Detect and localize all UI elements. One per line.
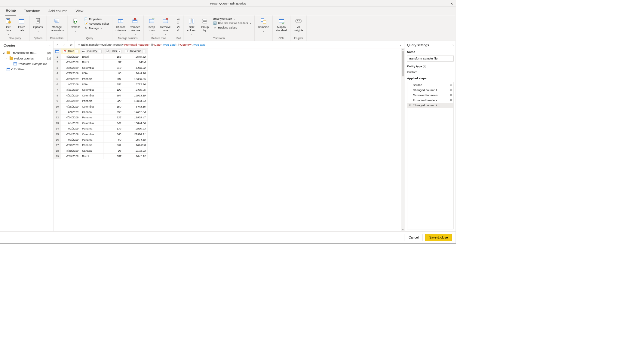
row-number[interactable]: 11 bbox=[54, 109, 61, 115]
cell-revenue[interactable]: 940.4 bbox=[123, 59, 147, 65]
cell-revenue[interactable]: 16330.85 bbox=[123, 76, 147, 81]
table-row[interactable]: 34/26/2019Colombia3104408.22 bbox=[54, 65, 148, 70]
query-item[interactable]: CSV Files bbox=[2, 67, 52, 72]
remove-rows-button[interactable]: Remove rows⌄ bbox=[159, 17, 172, 36]
tab-add-column[interactable]: Add column bbox=[48, 8, 68, 16]
table-row[interactable]: 104/16/2019Colombia1593448.16 bbox=[54, 104, 148, 109]
refresh-button[interactable]: Refresh⌄ bbox=[69, 17, 82, 33]
table-row[interactable]: 94/24/2019Panama22313834.04 bbox=[54, 98, 148, 104]
commit-formula-button[interactable]: ✓ bbox=[62, 42, 66, 47]
row-number[interactable]: 19 bbox=[54, 154, 61, 159]
row-number[interactable]: 14 bbox=[54, 126, 61, 131]
cell-country[interactable]: Panama bbox=[80, 142, 103, 148]
cell-country[interactable]: Colombia bbox=[80, 87, 103, 93]
gear-icon[interactable]: ⚙ bbox=[450, 88, 452, 91]
column-header-revenue[interactable]: 1.2Revenue▾ bbox=[123, 48, 147, 54]
cell-date[interactable]: 4/7/2019 bbox=[61, 126, 80, 131]
cell-units[interactable]: 367 bbox=[103, 93, 123, 98]
advanced-editor-button[interactable]: 📝Advanced editor bbox=[84, 22, 109, 26]
table-row[interactable]: 134/1/2019Colombia34910844.36 bbox=[54, 120, 148, 126]
map-standard-button[interactable]: Map to standard bbox=[275, 17, 288, 33]
cell-revenue[interactable]: 2044.18 bbox=[123, 71, 147, 76]
cell-revenue[interactable]: 2649.32 bbox=[123, 54, 147, 59]
cell-country[interactable]: Panama bbox=[80, 76, 103, 81]
cell-units[interactable]: 360 bbox=[103, 131, 123, 137]
table-row[interactable]: 74/11/2019Colombia1222490.96 bbox=[54, 87, 148, 93]
cell-units[interactable]: 387 bbox=[103, 154, 123, 159]
properties-button[interactable]: 📄Properties bbox=[84, 17, 109, 21]
cell-units[interactable]: 57 bbox=[103, 59, 123, 65]
cell-units[interactable]: 153 bbox=[103, 54, 123, 59]
query-name-input[interactable] bbox=[407, 56, 454, 62]
cell-country[interactable]: Panama bbox=[80, 115, 103, 120]
gear-icon[interactable]: ⚙ bbox=[450, 83, 452, 86]
cell-country[interactable]: Brazil bbox=[80, 154, 103, 159]
type-icon[interactable]: 📅 bbox=[63, 50, 67, 53]
cell-date[interactable]: 4/11/2019 bbox=[61, 87, 80, 93]
replace-values-button[interactable]: ↻Replace values bbox=[213, 26, 251, 29]
cell-revenue[interactable]: 11939.47 bbox=[123, 115, 147, 120]
scroll-up-icon[interactable]: ▲ bbox=[401, 48, 405, 51]
cell-country[interactable]: Colombia bbox=[80, 93, 103, 98]
cell-revenue[interactable]: 2074.68 bbox=[123, 137, 147, 142]
cell-country[interactable]: Colombia bbox=[80, 120, 103, 126]
table-row[interactable]: 144/7/2019Panama1392890.93 bbox=[54, 126, 148, 131]
applied-step[interactable]: Removed top rows⚙ bbox=[407, 93, 453, 98]
cell-country[interactable]: Brazil bbox=[80, 54, 103, 59]
cell-country[interactable]: Colombia bbox=[80, 131, 103, 137]
applied-step[interactable]: Changed column t…⚙ bbox=[407, 87, 453, 93]
use-headers-button[interactable]: 🔠Use first row as headers⌄ bbox=[213, 21, 251, 25]
row-number[interactable]: 13 bbox=[54, 120, 61, 126]
collapse-queries-button[interactable]: ‹ bbox=[50, 44, 51, 47]
column-header-country[interactable]: ABCCountry▾ bbox=[80, 48, 103, 54]
table-row[interactable]: 24/14/2019Brazil57940.4 bbox=[54, 59, 148, 65]
table-row[interactable]: 164/3/2019Panama692074.68 bbox=[54, 137, 148, 142]
cell-date[interactable]: 4/8/2019 bbox=[61, 109, 80, 115]
row-number[interactable]: 10 bbox=[54, 104, 61, 109]
cell-date[interactable]: 4/3/2019 bbox=[61, 137, 80, 142]
row-number[interactable]: 17 bbox=[54, 142, 61, 148]
cell-units[interactable]: 325 bbox=[103, 115, 123, 120]
fx-button[interactable]: fx bbox=[68, 41, 75, 48]
cell-revenue[interactable]: 14601.34 bbox=[123, 109, 147, 115]
cell-country[interactable]: Brazil bbox=[80, 59, 103, 65]
cell-date[interactable]: 4/30/2019 bbox=[61, 148, 80, 154]
data-type-button[interactable]: Data type: Date⌄ bbox=[213, 17, 251, 20]
filter-button[interactable]: ▾ bbox=[75, 50, 78, 53]
ai-insights-button[interactable]: AI insights bbox=[293, 17, 305, 33]
cell-units[interactable]: 69 bbox=[103, 137, 123, 142]
row-number[interactable]: 15 bbox=[54, 131, 61, 137]
combine-button[interactable]: Combine⌄ bbox=[257, 17, 270, 33]
row-number[interactable]: 18 bbox=[54, 148, 61, 154]
tab-home[interactable]: Home bbox=[5, 7, 16, 16]
cell-units[interactable]: 122 bbox=[103, 87, 123, 93]
cell-revenue[interactable]: 10844.36 bbox=[123, 120, 147, 126]
cell-revenue[interactable]: 9041.12 bbox=[123, 154, 147, 159]
query-folder[interactable]: ◢Transform file fro…[2] bbox=[2, 50, 52, 56]
cell-date[interactable]: 4/14/2019 bbox=[61, 115, 80, 120]
table-row[interactable]: 44/25/2019USA902044.18 bbox=[54, 71, 148, 76]
cell-date[interactable]: 4/17/2019 bbox=[61, 142, 80, 148]
remove-columns-button[interactable]: Remove columns⌄ bbox=[128, 17, 141, 36]
select-all-cell[interactable] bbox=[54, 48, 61, 54]
cell-country[interactable]: Canada bbox=[80, 109, 103, 115]
filter-button[interactable]: ▾ bbox=[118, 50, 121, 53]
query-folder[interactable]: ▷Helper queries[3] bbox=[2, 56, 52, 61]
get-data-button[interactable]: Get data⌄ bbox=[2, 17, 14, 36]
applied-step[interactable]: Source⚙ bbox=[407, 82, 453, 87]
table-row[interactable]: 84/27/2019Colombia36719933.19 bbox=[54, 93, 148, 98]
cell-date[interactable]: 4/22/2019 bbox=[61, 54, 80, 59]
cell-units[interactable]: 258 bbox=[103, 109, 123, 115]
cell-date[interactable]: 4/7/2019 bbox=[61, 82, 80, 87]
row-number[interactable]: 4 bbox=[54, 71, 61, 76]
table-row[interactable]: 184/30/2019Canada262178.03 bbox=[54, 148, 148, 154]
info-icon[interactable]: i bbox=[423, 65, 426, 68]
split-column-button[interactable]: Split column⌄ bbox=[186, 17, 198, 36]
query-item[interactable]: Transform Sample file bbox=[2, 61, 52, 66]
table-row[interactable]: 14/22/2019Brazil1532649.32 bbox=[54, 54, 148, 59]
cell-revenue[interactable]: 2890.93 bbox=[123, 126, 147, 131]
cell-country[interactable]: Colombia bbox=[80, 104, 103, 109]
formula-text[interactable]: = Table.TransformColumnTypes(#"Promoted … bbox=[76, 43, 396, 46]
manage-button[interactable]: 🗂Manage⌄ bbox=[84, 26, 109, 30]
row-number[interactable]: 3 bbox=[54, 65, 61, 70]
